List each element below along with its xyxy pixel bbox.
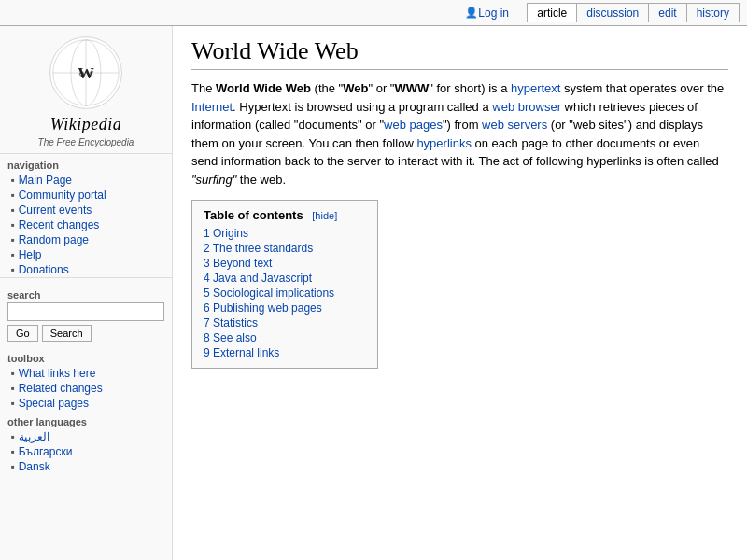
lang-item: العربية xyxy=(11,429,172,444)
article-title: World Wide Web xyxy=(191,37,728,70)
toolbox-list: What links here Related changes Special … xyxy=(0,366,172,411)
sidebar: ⚙ W W Wikipedia The Free Encyclopedia na… xyxy=(0,26,173,560)
link-hypertext[interactable]: hypertext xyxy=(511,81,560,95)
toc-item: 3 Beyond text xyxy=(204,256,366,271)
bold-web: Web xyxy=(343,81,368,95)
toc-item: 6 Publishing web pages xyxy=(204,301,366,315)
navigation-list: Main Page Community portal Current event… xyxy=(0,173,172,277)
toc-item: 7 Statistics xyxy=(204,315,366,330)
link-internet[interactable]: Internet xyxy=(191,100,233,114)
link-hyperlinks[interactable]: hyperlinks xyxy=(416,136,472,150)
page-tabs: article discussion edit history xyxy=(527,3,740,22)
tab-edit[interactable]: edit xyxy=(649,3,686,22)
site-subtitle: The Free Encyclopedia xyxy=(38,137,134,147)
article-body: The World Wide Web (the "Web" or "WWW" f… xyxy=(191,79,728,189)
link-web-browser[interactable]: web browser xyxy=(492,100,561,114)
site-title: Wikipedia xyxy=(5,115,167,134)
tab-history[interactable]: history xyxy=(687,3,740,22)
nav-item: Main Page xyxy=(11,173,172,188)
toc-link-9[interactable]: 9 External links xyxy=(204,346,279,359)
search-button[interactable]: Search xyxy=(42,325,92,342)
main-layout: ⚙ W W Wikipedia The Free Encyclopedia na… xyxy=(0,26,747,560)
toc-item: 4 Java and Javascript xyxy=(204,271,366,286)
bold-www2: WWW xyxy=(394,81,429,95)
toolbox-item: Related changes xyxy=(11,381,172,396)
lang-danish[interactable]: Dansk xyxy=(19,460,50,473)
italic-surfing: "surfing" xyxy=(191,173,236,187)
other-languages-header: other languages xyxy=(0,411,172,429)
toc-link-2[interactable]: 2 The three standards xyxy=(204,242,313,255)
nav-item: Recent changes xyxy=(11,217,172,232)
table-of-contents: Table of contents [hide] 1 Origins 2 The… xyxy=(191,200,378,369)
article-content: World Wide Web The World Wide Web (the "… xyxy=(173,26,747,560)
navigation-header: navigation xyxy=(0,154,172,173)
toc-link-8[interactable]: 8 See also xyxy=(204,331,257,344)
search-input[interactable] xyxy=(7,302,164,321)
lang-item: Dansk xyxy=(11,459,172,474)
toolbox-header: toolbox xyxy=(0,347,172,366)
svg-text:W: W xyxy=(78,63,94,82)
navigation-section: navigation Main Page Community portal Cu… xyxy=(0,154,172,277)
logo-area: ⚙ W W Wikipedia The Free Encyclopedia xyxy=(0,26,172,154)
nav-item: Donations xyxy=(11,262,172,277)
toc-link-3[interactable]: 3 Beyond text xyxy=(204,257,272,270)
search-section: search Go Search xyxy=(0,277,172,347)
toc-item: 9 External links xyxy=(204,345,366,360)
nav-item: Community portal xyxy=(11,188,172,203)
lang-arabic[interactable]: العربية xyxy=(19,430,49,443)
link-web-pages[interactable]: web pages xyxy=(384,118,443,132)
nav-item: Current events xyxy=(11,203,172,217)
nav-item: Help xyxy=(11,247,172,262)
toc-link-6[interactable]: 6 Publishing web pages xyxy=(204,301,322,315)
toolbox-related-changes[interactable]: Related changes xyxy=(19,382,103,395)
nav-main-page[interactable]: Main Page xyxy=(19,174,72,187)
nav-recent-changes[interactable]: Recent changes xyxy=(19,218,100,231)
toc-link-7[interactable]: 7 Statistics xyxy=(204,316,258,329)
toc-item: 8 See also xyxy=(204,330,366,345)
other-languages-list: العربية Български Dansk xyxy=(0,429,172,474)
tab-discussion[interactable]: discussion xyxy=(577,3,649,22)
lang-bulgarian[interactable]: Български xyxy=(19,445,73,458)
toc-toggle[interactable]: [hide] xyxy=(312,210,337,221)
toolbox-special-pages[interactable]: Special pages xyxy=(19,397,89,410)
toolbox-item: What links here xyxy=(11,366,172,381)
tab-article[interactable]: article xyxy=(527,3,577,22)
lang-item: Български xyxy=(11,444,172,459)
nav-donations[interactable]: Donations xyxy=(19,263,69,276)
toc-list: 1 Origins 2 The three standards 3 Beyond… xyxy=(204,226,366,360)
wikipedia-logo: ⚙ W W xyxy=(49,35,123,110)
nav-item: Random page xyxy=(11,232,172,247)
search-buttons: Go Search xyxy=(7,325,164,342)
link-web-servers[interactable]: web servers xyxy=(482,118,547,132)
nav-help[interactable]: Help xyxy=(19,248,42,261)
nav-current-events[interactable]: Current events xyxy=(19,203,92,217)
toc-item: 1 Origins xyxy=(204,226,366,241)
top-bar: 👤 Log in article discussion edit history xyxy=(0,0,747,26)
toc-title: Table of contents [hide] xyxy=(204,208,366,222)
nav-random-page[interactable]: Random page xyxy=(19,233,89,246)
toc-link-5[interactable]: 5 Sociological implications xyxy=(204,287,334,300)
search-header: search xyxy=(7,284,164,302)
toolbox-item: Special pages xyxy=(11,396,172,411)
toc-item: 2 The three standards xyxy=(204,241,366,256)
login-link[interactable]: Log in xyxy=(478,7,509,20)
other-languages-section: other languages العربية Български Dansk xyxy=(0,411,172,474)
toolbox-what-links-here[interactable]: What links here xyxy=(19,367,96,380)
toolbox-section: toolbox What links here Related changes … xyxy=(0,347,172,411)
toc-item: 5 Sociological implications xyxy=(204,286,366,301)
toc-link-4[interactable]: 4 Java and Javascript xyxy=(204,272,312,285)
bold-www: World Wide Web xyxy=(216,81,311,95)
login-icon: 👤 xyxy=(465,7,478,19)
toc-link-1[interactable]: 1 Origins xyxy=(204,227,248,240)
go-button[interactable]: Go xyxy=(7,325,38,342)
nav-community-portal[interactable]: Community portal xyxy=(19,189,106,202)
